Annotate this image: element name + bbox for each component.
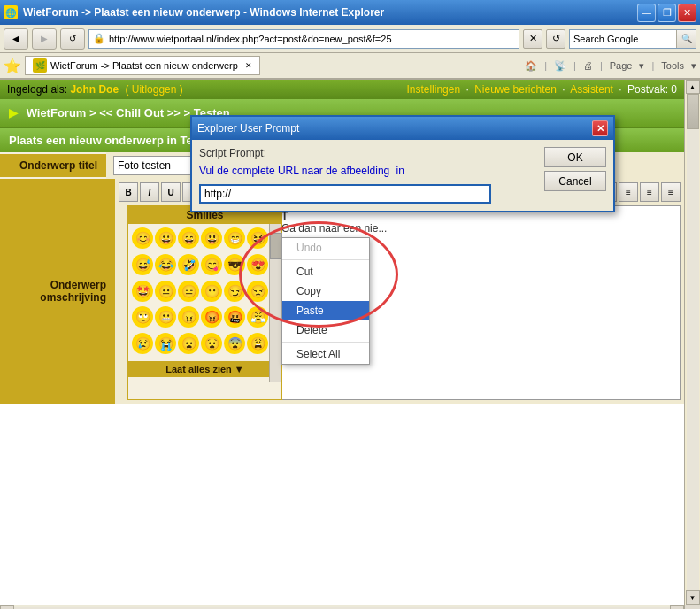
smiley-item[interactable]: 😁 bbox=[224, 227, 245, 249]
browser-icon: 🌐 bbox=[4, 5, 18, 19]
scroll-up-button[interactable]: ▲ bbox=[686, 80, 700, 94]
scroll-right-button[interactable]: ▶ bbox=[670, 605, 684, 610]
context-menu-cut[interactable]: Cut bbox=[282, 262, 369, 281]
logout-link[interactable]: ( Uitloggen ) bbox=[125, 83, 182, 96]
align-right-btn[interactable]: ≡ bbox=[661, 182, 681, 202]
smiley-item[interactable]: 😍 bbox=[247, 254, 268, 275]
tab-close-button[interactable]: ✕ bbox=[245, 61, 252, 70]
smiley-item[interactable]: 😒 bbox=[247, 281, 268, 302]
smiley-item[interactable]: 🤩 bbox=[132, 281, 153, 302]
smiley-item[interactable]: 😡 bbox=[201, 306, 222, 328]
assistent-link[interactable]: Assistent bbox=[570, 83, 613, 96]
postvak-text: Postvak: 0 bbox=[627, 83, 677, 96]
smiley-item[interactable]: 😦 bbox=[178, 333, 199, 354]
refresh-button[interactable]: ↺ bbox=[60, 28, 85, 50]
home-icon[interactable]: 🏠 bbox=[525, 60, 537, 72]
context-divider-2 bbox=[282, 342, 369, 343]
vertical-scrollbar[interactable]: ▲ ▼ bbox=[684, 80, 700, 605]
smiley-item[interactable]: 😧 bbox=[201, 333, 222, 354]
search-button[interactable]: 🔍 bbox=[676, 30, 696, 48]
align-left-btn[interactable]: ≡ bbox=[619, 182, 638, 202]
smiley-item[interactable]: 😨 bbox=[224, 333, 245, 354]
smiley-item[interactable]: 😭 bbox=[155, 333, 176, 354]
smiley-item[interactable]: 😊 bbox=[132, 227, 153, 249]
favorites-star[interactable]: ⭐ bbox=[4, 58, 21, 74]
search-input[interactable] bbox=[570, 30, 676, 48]
back-button[interactable]: ◀ bbox=[4, 28, 28, 50]
context-menu-paste[interactable]: Paste bbox=[282, 301, 369, 320]
align-center-btn[interactable]: ≡ bbox=[640, 182, 659, 202]
dialog-cancel-button[interactable]: Cancel bbox=[544, 171, 606, 191]
smiley-item[interactable]: 😅 bbox=[132, 254, 153, 275]
toolbar: ⭐ 🌿 WietForum -> Plaatst een nieuw onder… bbox=[0, 53, 700, 80]
context-menu-copy[interactable]: Copy bbox=[282, 281, 369, 301]
dialog-close-button[interactable]: ✕ bbox=[592, 120, 608, 136]
underline-button[interactable]: U bbox=[161, 182, 181, 202]
smiley-item[interactable]: 😋 bbox=[201, 254, 222, 275]
username-link[interactable]: John Doe bbox=[70, 83, 119, 96]
dialog-ok-button[interactable]: OK bbox=[544, 147, 606, 167]
onderwerp-label: Onderwerp titel bbox=[0, 154, 106, 177]
address-field[interactable]: 🔒 http://www.wietportaal.nl/index.php?ac… bbox=[88, 29, 519, 49]
scroll-thumb[interactable] bbox=[687, 94, 699, 129]
smiley-item[interactable]: 🤬 bbox=[224, 306, 245, 328]
smilies-scrollbar[interactable] bbox=[269, 224, 281, 382]
smiley-item[interactable]: 🙄 bbox=[132, 306, 153, 328]
smilies-footer[interactable]: Laat alles zien ▼ bbox=[128, 361, 281, 377]
smiley-item[interactable]: 😎 bbox=[224, 254, 245, 275]
italic-button[interactable]: I bbox=[140, 182, 159, 202]
address-url: http://www.wietportaal.nl/index.php?act=… bbox=[109, 34, 392, 44]
smiley-item[interactable]: 😂 bbox=[155, 254, 176, 275]
print-icon[interactable]: 🖨 bbox=[583, 60, 593, 71]
smiley-item[interactable]: 😀 bbox=[155, 227, 176, 249]
context-menu-delete[interactable]: Delete bbox=[282, 320, 369, 340]
minimize-button[interactable]: — bbox=[637, 4, 656, 22]
scroll-down-button[interactable]: ▼ bbox=[686, 590, 700, 605]
horizontal-scrollbar[interactable]: ◀ ▶ bbox=[0, 605, 700, 609]
dialog-message-highlight: in bbox=[396, 165, 404, 177]
post-title-text: Plaats een nieuw onderwerp in Testen bbox=[9, 134, 217, 147]
smiley-item[interactable]: 😠 bbox=[178, 306, 199, 328]
smiley-item[interactable]: 😶 bbox=[201, 281, 222, 302]
tools-menu[interactable]: Tools bbox=[661, 60, 684, 71]
titlebar-left: 🌐 WietForum -> Plaatst een nieuw onderwe… bbox=[4, 5, 384, 19]
refresh-button2[interactable]: ↺ bbox=[546, 29, 565, 49]
smiley-item[interactable]: 😢 bbox=[132, 333, 153, 354]
instellingen-link[interactable]: Instellingen bbox=[406, 83, 460, 96]
search-box[interactable]: 🔍 bbox=[569, 29, 696, 49]
smiley-item[interactable]: 🤣 bbox=[178, 254, 199, 275]
tab-favicon: 🌿 bbox=[33, 58, 47, 73]
smiley-item[interactable]: 😐 bbox=[155, 281, 176, 302]
smiley-item[interactable]: 😬 bbox=[155, 306, 176, 328]
stop-button[interactable]: ✕ bbox=[523, 29, 542, 49]
security-lock-icon: 🔒 bbox=[93, 33, 105, 44]
dialog-title: Explorer User Prompt bbox=[197, 122, 299, 135]
context-divider-1 bbox=[282, 259, 369, 260]
feed-icon[interactable]: 📡 bbox=[554, 60, 566, 72]
dialog-url-input[interactable] bbox=[199, 184, 491, 204]
scroll-left-button[interactable]: ◀ bbox=[0, 605, 14, 610]
smiley-item[interactable]: 😏 bbox=[224, 281, 245, 302]
forum-icon: ▶ bbox=[9, 106, 18, 119]
page-menu[interactable]: Page bbox=[610, 60, 633, 71]
smiley-item[interactable]: 😄 bbox=[178, 227, 199, 249]
titlebar-buttons: — ❐ ✕ bbox=[637, 4, 696, 22]
smiley-item[interactable]: 😩 bbox=[247, 333, 268, 354]
window-close-button[interactable]: ✕ bbox=[678, 4, 696, 22]
forward-button[interactable]: ▶ bbox=[32, 28, 57, 50]
restore-button[interactable]: ❐ bbox=[658, 4, 676, 22]
browser-tab[interactable]: 🌿 WietForum -> Plaatst een nieuw onderwe… bbox=[25, 56, 260, 75]
editor-area: B I U " # 🖼 🔗 ≡ A T ✂ bbox=[115, 179, 684, 404]
omschrijving-label: Onderwerp omschrijving bbox=[0, 179, 115, 404]
nieuwe-berichten-link[interactable]: Nieuwe berichten bbox=[474, 83, 557, 96]
smiley-item[interactable]: 😃 bbox=[201, 227, 222, 249]
smiley-item[interactable]: 😑 bbox=[178, 281, 199, 302]
smiley-item[interactable]: 😤 bbox=[247, 306, 268, 328]
context-menu-undo[interactable]: Undo bbox=[282, 238, 369, 258]
context-menu-select-all[interactable]: Select All bbox=[282, 344, 369, 364]
bold-button[interactable]: B bbox=[119, 182, 138, 202]
smiley-item[interactable]: 😆 bbox=[247, 227, 268, 249]
smilies-scroll-thumb[interactable] bbox=[270, 233, 282, 259]
logged-in-label: Ingelogd als: bbox=[7, 83, 67, 96]
browser-window: 🌐 WietForum -> Plaatst een nieuw onderwe… bbox=[0, 0, 700, 609]
